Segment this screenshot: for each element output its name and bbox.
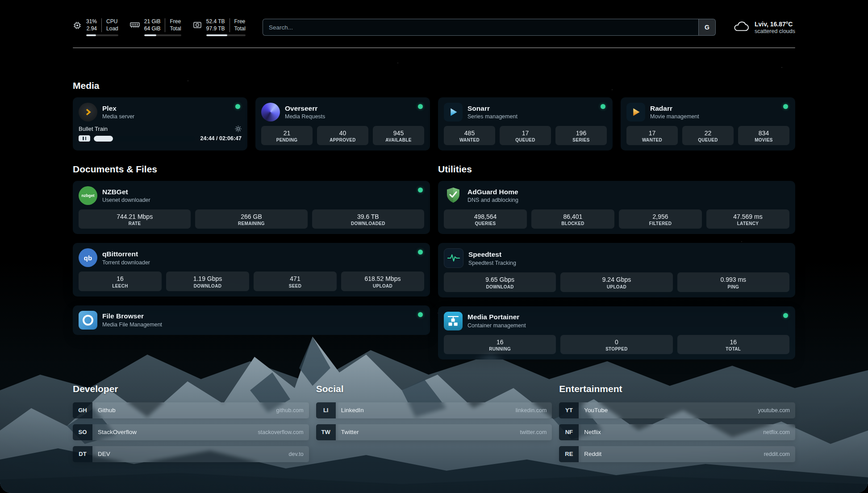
sonarr-subtitle: Series management (467, 113, 517, 120)
bookmark-youtube[interactable]: YT YouTube youtube.com (559, 402, 795, 418)
filebrowser-icon (79, 311, 97, 330)
bookmark-body: Reddit reddit.com (579, 446, 795, 462)
bookmark-body: StackOverflow stackoverflow.com (92, 424, 309, 440)
bookmark-dev[interactable]: DT DEV dev.to (73, 446, 309, 462)
stat-value: 2,956 (621, 213, 700, 221)
portainer-meta: Media Portainer Container management (467, 313, 526, 329)
disk-total-value: 97.9 TB (206, 25, 225, 33)
adguard-card-header: AdGuard Home DNS and adblocking (444, 186, 789, 205)
plex-meta: Plex Media server (102, 104, 134, 120)
disk-free-value: 52.4 TB (206, 18, 225, 25)
bookmark-name: Reddit (584, 451, 601, 457)
plex-title: Plex (102, 104, 134, 113)
disk-free-label: Free (234, 18, 246, 25)
speedtest-title: Speedtest (468, 251, 516, 259)
topbar-divider (73, 47, 795, 48)
section-documents-heading: Documents & Files (73, 164, 430, 175)
overseerr-title: Overseerr (285, 104, 325, 113)
adguard-meta: AdGuard Home DNS and adblocking (467, 188, 518, 204)
pause-button[interactable] (79, 135, 90, 142)
bookmark-name: Netflix (584, 429, 601, 435)
stat-box: 744.21 Mbps RATE (79, 209, 191, 229)
bookmark-reddit[interactable]: RE Reddit reddit.com (559, 446, 795, 462)
bookmarks-developer-heading: Developer (73, 384, 309, 394)
memory-stats: 21 GiB 64 GiB Free Total (144, 18, 181, 36)
cpu-progress-bar (86, 34, 118, 36)
filebrowser-status-dot (418, 312, 423, 317)
nzbget-subtitle: Usenet downloader (102, 197, 150, 203)
plex-card[interactable]: Plex Media server Bullet Train (73, 97, 247, 150)
cpu-usage-value: 31% (86, 18, 97, 25)
stat-label: RATE (80, 221, 189, 226)
portainer-card[interactable]: Media Portainer Container management 16 … (438, 306, 795, 359)
bookmark-twitter[interactable]: TW Twitter twitter.com (316, 424, 552, 440)
stat-box: 266 GB REMAINING (195, 209, 307, 229)
sonarr-card[interactable]: Sonarr Series management 485 WANTED 17 Q… (438, 97, 613, 150)
nzbget-card-header: nzbget NZBGet Usenet downloader (79, 186, 424, 205)
stat-box: 40 APPROVED (317, 126, 368, 145)
bookmark-abbr: NF (559, 424, 579, 440)
bookmark-netflix[interactable]: NF Netflix netflix.com (559, 424, 795, 440)
stat-label: APPROVED (319, 138, 367, 142)
memory-total-label: Total (170, 25, 181, 33)
cpu-icon (73, 21, 82, 32)
bookmark-name: Github (98, 407, 116, 414)
bookmark-linkedin[interactable]: LI LinkedIn linkedin.com (316, 402, 552, 418)
bookmark-url: dev.to (289, 451, 304, 457)
weather-location: Lviv, 16.87°C (755, 20, 795, 28)
bookmark-url: linkedin.com (516, 407, 547, 414)
stat-value: 22 (684, 129, 732, 137)
stat-box: 834 MOVIES (738, 126, 789, 145)
stat-label: QUEUED (684, 138, 732, 142)
filebrowser-subtitle: Media File Management (102, 322, 162, 328)
bookmark-stackoverflow[interactable]: SO StackOverflow stackoverflow.com (73, 424, 309, 440)
bookmark-abbr: SO (73, 424, 92, 440)
stat-value: 40 (319, 129, 367, 137)
sonarr-card-header: Sonarr Series management (444, 103, 607, 121)
stat-value: 17 (501, 129, 549, 137)
memory-free-label: Free (170, 18, 181, 25)
cpu-label: CPU (106, 18, 118, 25)
bookmark-body: LinkedIn linkedin.com (336, 402, 552, 418)
radarr-card[interactable]: Radarr Movie management 17 WANTED 22 QUE… (621, 97, 795, 150)
stat-label: DOWNLOAD (168, 284, 247, 288)
filebrowser-title: File Browser (102, 312, 162, 321)
filebrowser-card[interactable]: File Browser Media File Management (73, 305, 430, 335)
stat-box: 17 QUEUED (500, 126, 551, 145)
search-input[interactable] (263, 19, 698, 35)
overseerr-status-dot (418, 104, 423, 109)
search-bar: G (263, 19, 716, 36)
stat-label: REMAINING (197, 221, 305, 226)
qbittorrent-title: qBittorrent (102, 250, 150, 259)
settings-gear-icon[interactable] (235, 125, 242, 132)
stat-box: 2,956 FILTERED (619, 209, 702, 229)
stat-value: 744.21 Mbps (80, 213, 189, 221)
speedtest-subtitle: Speedtest Tracking (468, 260, 516, 266)
adguard-subtitle: DNS and adblocking (467, 197, 518, 203)
bookmark-url: youtube.com (758, 407, 790, 414)
stat-label: SEED (255, 284, 335, 288)
qbittorrent-icon: qb (79, 248, 97, 267)
overseerr-card[interactable]: Overseerr Media Requests 21 PENDING 40 A… (255, 97, 430, 150)
bookmark-abbr: YT (559, 402, 579, 418)
bookmark-body: Github github.com (92, 402, 309, 418)
qbittorrent-card[interactable]: qb qBittorrent Torrent downloader 16 LEE… (73, 243, 430, 296)
radarr-title: Radarr (650, 104, 699, 113)
adguard-card[interactable]: AdGuard Home DNS and adblocking 498,564 … (438, 181, 795, 234)
stat-box: 618.52 Mbps UPLOAD (341, 272, 424, 291)
speedtest-card[interactable]: Speedtest Speedtest Tracking 9.65 Gbps D… (438, 243, 795, 297)
cpu-stats: 31% 2.94 CPU Load (86, 18, 118, 36)
plex-progress-bar[interactable] (94, 136, 195, 142)
bookmark-name: Twitter (341, 429, 359, 435)
bookmarks-social-heading: Social (316, 384, 552, 394)
memory-icon (130, 21, 140, 31)
bookmark-github[interactable]: GH Github github.com (73, 402, 309, 418)
memory-widget: 21 GiB 64 GiB Free Total (130, 18, 181, 36)
nzbget-card[interactable]: nzbget NZBGet Usenet downloader 744.21 M… (73, 181, 430, 234)
stat-box: 471 SEED (254, 272, 337, 291)
memory-total-value: 64 GiB (144, 25, 161, 33)
radarr-status-dot (783, 104, 788, 109)
memory-free-value: 21 GiB (144, 18, 161, 25)
sonarr-meta: Sonarr Series management (467, 104, 517, 120)
search-provider-button[interactable]: G (698, 19, 715, 35)
